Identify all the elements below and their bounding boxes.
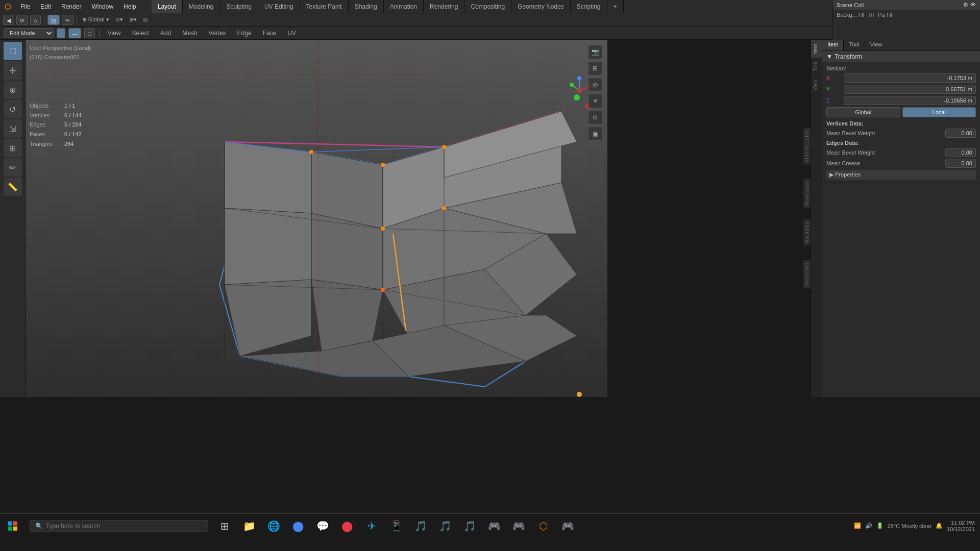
telegram-icon[interactable]: ✈	[361, 516, 382, 536]
view-tab[interactable]: View	[865, 40, 888, 51]
scale-tool[interactable]: ⇲	[4, 119, 22, 138]
mesh-menu[interactable]: Mesh	[178, 29, 201, 38]
workspace-compositing[interactable]: Compositing	[464, 0, 511, 13]
app-icon-10[interactable]: 🎵	[459, 516, 480, 536]
windows-taskbar: 🔍 ⊞ 📁 🌐 ⬤ 💬 ⬤ ✈ 📱 🎵 🎵 🎵 🎮 🎮 ⬡ 🎮 📶 🔊 🔋 28…	[0, 513, 980, 538]
face-select-btn[interactable]: □	[84, 28, 95, 38]
app-icon-5[interactable]: ⬤	[337, 516, 357, 536]
camera-view-btn[interactable]: 📷	[588, 45, 602, 59]
rendered-btn[interactable]: ☀	[588, 94, 602, 108]
annotate-tool[interactable]: ✏	[4, 158, 22, 177]
discord-icon[interactable]: 💬	[312, 516, 333, 536]
menu-render[interactable]: Render	[56, 0, 86, 13]
tool-sidebar-tab[interactable]: Tool	[811, 58, 822, 75]
vertex-menu[interactable]: Vertex	[205, 29, 230, 38]
edge-menu[interactable]: Edge	[233, 29, 256, 38]
local-btn[interactable]: Local	[902, 107, 976, 117]
snapping[interactable]: ⊞▾	[129, 16, 137, 23]
chrome-icon[interactable]: ⬤	[288, 516, 308, 536]
vertex-select-btn[interactable]: ·	[57, 28, 65, 38]
rotate-tool[interactable]: ↺	[4, 100, 22, 118]
collection-item-hf2: HF	[868, 12, 876, 18]
xray-btn[interactable]: ▣	[588, 127, 602, 141]
toolbar-home-btn[interactable]: ⌂	[30, 15, 41, 25]
workspace-texture-paint[interactable]: Texture Paint	[300, 0, 349, 13]
z-value[interactable]: -0.10656 m	[844, 96, 976, 105]
viewport-controls: 📷 ⊞ ◎ ☀ ⊙ ▣	[588, 45, 602, 141]
toolbar-back-btn[interactable]: ◀	[3, 15, 14, 25]
edges-bevel-value[interactable]: 0.00	[945, 148, 976, 157]
transform-tool[interactable]: ⊞	[4, 139, 22, 157]
material-preview-btn[interactable]: ◎	[588, 78, 602, 92]
viewport-3d[interactable]: User Perspective (Local) (218) Connector…	[26, 40, 607, 397]
workspace-animation[interactable]: Animation	[384, 0, 424, 13]
workspace-add[interactable]: +	[607, 0, 624, 13]
app-icon-9[interactable]: 🎵	[435, 516, 455, 536]
app-icon-11[interactable]: 🎮	[484, 516, 504, 536]
global-transform[interactable]: ⊕ Global ▾	[82, 16, 109, 23]
workspace-shading[interactable]: Shading	[349, 0, 384, 13]
edge-icon[interactable]: 🌐	[263, 516, 284, 536]
edges-crease-value[interactable]: 0.00	[945, 159, 976, 168]
menu-edit[interactable]: Edit	[35, 0, 56, 13]
y-value[interactable]: 0.66751 m	[844, 85, 976, 94]
notification-icon[interactable]: 🔔	[936, 522, 943, 529]
app-icon-7[interactable]: 📱	[386, 516, 406, 536]
transform-pivot[interactable]: ⊙▾	[115, 16, 123, 23]
taskbar-search-input[interactable]	[46, 522, 203, 530]
workspace-layout[interactable]: Layout	[152, 0, 183, 13]
item-sidebar-tab[interactable]: Item	[811, 40, 822, 58]
network-icon[interactable]: 📶	[854, 522, 861, 529]
select-menu[interactable]: Select	[128, 29, 153, 38]
toolbar-layout-btn[interactable]: ▤	[47, 15, 60, 25]
measure-tool[interactable]: 📏	[4, 178, 22, 196]
blender-taskbar-icon[interactable]: ⬡	[533, 516, 553, 536]
menu-help[interactable]: Help	[118, 0, 141, 13]
vertices-bevel-value[interactable]: 0.00	[945, 129, 976, 138]
taskview-icon[interactable]: ⊞	[214, 516, 235, 536]
menu-file[interactable]: File	[15, 0, 35, 13]
eye-icon[interactable]: 👁	[970, 2, 976, 8]
view-menu[interactable]: View	[104, 29, 125, 38]
toolbar-edit-btn[interactable]: ✏	[62, 15, 74, 25]
xbox-icon[interactable]: 🎮	[557, 516, 578, 536]
workspace-tabs: Layout Modeling Sculpting UV Editing Tex…	[152, 0, 624, 13]
uv-menu[interactable]: UV	[283, 29, 300, 38]
tool-tab[interactable]: Tool	[844, 40, 865, 51]
app-icon-12[interactable]: 🎮	[508, 516, 529, 536]
workspace-sculpting[interactable]: Sculpting	[220, 0, 258, 13]
edge-select-btn[interactable]: —	[68, 28, 81, 38]
add-menu[interactable]: Add	[156, 29, 175, 38]
properties-header[interactable]: ▶ Properties	[826, 170, 976, 180]
view-sidebar-tab[interactable]: View	[811, 76, 822, 95]
app-icon-8[interactable]: 🎵	[410, 516, 431, 536]
battery-icon[interactable]: 🔋	[876, 522, 884, 529]
transform-header[interactable]: ▼ Transform	[822, 51, 980, 62]
start-button[interactable]	[0, 514, 26, 538]
face-menu[interactable]: Face	[259, 29, 281, 38]
select-box-tool[interactable]: ☐	[4, 42, 22, 60]
menu-window[interactable]: Window	[86, 0, 118, 13]
grid-btn[interactable]: ⊞	[588, 61, 602, 76]
blender-logo[interactable]: ⬡	[0, 0, 15, 13]
item-panel: Item Tool View ▼ Transform Median: X -0.…	[822, 40, 980, 397]
toolbar-rotate-btn[interactable]: ⟳	[16, 15, 28, 25]
cursor-tool[interactable]: ✛	[4, 61, 22, 80]
move-tool[interactable]: ⊕	[4, 81, 22, 99]
item-tab[interactable]: Item	[822, 40, 844, 51]
workspace-geometry-nodes[interactable]: Geometry Nodes	[511, 0, 571, 13]
explorer-icon[interactable]: 📁	[239, 516, 259, 536]
proportional-edit[interactable]: ◎	[143, 16, 148, 23]
workspace-modeling[interactable]: Modeling	[183, 0, 220, 13]
volume-icon[interactable]: 🔊	[865, 522, 872, 529]
mode-selector[interactable]: Edit Mode Object Mode	[4, 28, 54, 38]
x-value[interactable]: -0.1753 m	[844, 73, 976, 83]
filter-icon[interactable]: ⚙	[963, 2, 968, 8]
taskbar-search-box[interactable]: 🔍	[30, 520, 208, 532]
workspace-uv-editing[interactable]: UV Editing	[258, 0, 300, 13]
global-btn[interactable]: Global	[826, 107, 900, 117]
workspace-rendering[interactable]: Rendering	[424, 0, 464, 13]
clock[interactable]: 11:02 PM 10/12/2021	[947, 520, 975, 532]
workspace-scripting[interactable]: Scripting	[571, 0, 607, 13]
overlay-btn[interactable]: ⊙	[588, 110, 602, 124]
